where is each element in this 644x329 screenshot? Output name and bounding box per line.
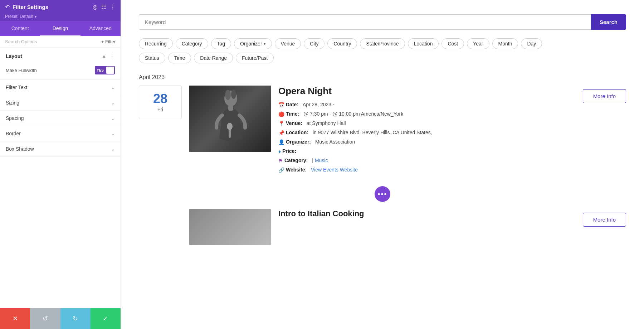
meta-category-row: ⚑ Category: | Music (278, 157, 576, 165)
tag-status[interactable]: Status (139, 53, 165, 63)
svg-point-4 (227, 123, 233, 130)
event-image-placeholder (189, 86, 271, 152)
tag-day[interactable]: Day (521, 38, 542, 49)
tag-organizer[interactable]: Organizer▾ (234, 38, 272, 49)
layout-chevron-up[interactable]: ▲ (102, 53, 106, 59)
tag-future-past[interactable]: Future/Past (236, 53, 274, 63)
tab-advanced[interactable]: Advanced (80, 21, 121, 36)
event-card-second: – Intro to Italian Cooking More Info (139, 209, 626, 245)
fullwidth-toggle[interactable]: YES (95, 66, 115, 74)
tag-cost[interactable]: Cost (441, 38, 464, 49)
meta-website-row: 🔗 Website: View Events Website (278, 166, 576, 174)
target-icon[interactable]: ◎ (93, 4, 98, 10)
toggle-yes-label: YES (95, 67, 106, 73)
tag-location[interactable]: Location (408, 38, 439, 49)
columns-icon[interactable]: ☷ (101, 4, 106, 10)
event-date-num: 28 (139, 92, 181, 105)
event-image (189, 86, 271, 152)
redo-button[interactable]: ↻ (60, 308, 91, 329)
filter-text-section[interactable]: Filter Text ⌄ (0, 80, 121, 95)
fullwidth-label: Make Fullwidth (6, 68, 37, 73)
event-title: Opera Night (278, 86, 576, 97)
main-content: Search Recurring Category Tag Organizer▾… (121, 0, 644, 329)
spacing-chevron: ⌄ (111, 116, 115, 121)
search-bar-row: Search (139, 14, 626, 30)
meta-organizer-row: 👤 Organizer: Music Association (278, 138, 576, 146)
sizing-section[interactable]: Sizing ⌄ (0, 95, 121, 111)
filter-tags-row2: Status Time Date Range Future/Past (139, 53, 626, 63)
box-shadow-section[interactable]: Box Shadow ⌄ (0, 141, 121, 157)
date-label: Date: (286, 101, 298, 108)
dots-fab-button[interactable]: ••• (375, 186, 390, 202)
tag-time[interactable]: Time (168, 53, 191, 63)
price-label: Price: (282, 147, 296, 155)
organizer-value: Music Association (315, 138, 355, 146)
search-button[interactable]: Search (591, 14, 626, 30)
panel-preset[interactable]: Preset: Default ▾ (0, 13, 121, 21)
tag-year[interactable]: Year (467, 38, 489, 49)
date-value: Apr 28, 2023 - (303, 101, 335, 108)
more-info-button[interactable]: More Info (583, 89, 626, 103)
meta-time-row: 🔴 Time: @ 7:30 pm - @ 10:00 pm America/N… (278, 110, 576, 118)
meta-venue-row: 📍 Venue: at Symphony Hall (278, 120, 576, 127)
filter-tags-row1: Recurring Category Tag Organizer▾ Venue … (139, 38, 626, 49)
layout-section: Layout ▲ ⋮ Make Fullwidth YES (0, 48, 121, 80)
search-options-bar: Search Options + Filter (0, 36, 121, 48)
tag-category[interactable]: Category (176, 38, 208, 49)
tag-tag[interactable]: Tag (211, 38, 231, 49)
confirm-button[interactable]: ✓ (91, 308, 121, 329)
spacing-section[interactable]: Spacing ⌄ (0, 111, 121, 126)
svg-point-1 (225, 90, 231, 100)
meta-price-row: ♦ Price: (278, 147, 576, 155)
keyword-input[interactable] (139, 14, 591, 30)
tag-recurring[interactable]: Recurring (139, 38, 173, 49)
event2-image (189, 209, 271, 245)
meta-location-row: 📌 Location: in 9077 Wilshire Blvd, Bever… (278, 129, 576, 137)
event-date-day: Fri (139, 107, 181, 112)
tag-state-province[interactable]: State/Province (360, 38, 405, 49)
tag-city[interactable]: City (304, 38, 325, 49)
location-label: Location: (286, 129, 308, 136)
category-link[interactable]: Music (315, 157, 328, 164)
panel-header: ↶ Filter Settings ◎ ☷ ⋮ (0, 0, 121, 13)
back-icon[interactable]: ↶ (5, 4, 10, 10)
preset-arrow: ▾ (35, 15, 36, 19)
filter-text-label: Filter Text (6, 84, 27, 90)
box-shadow-chevron: ⌄ (111, 146, 115, 152)
svg-rect-5 (228, 106, 233, 111)
website-link[interactable]: View Events Website (311, 166, 358, 174)
layout-dots-icon[interactable]: ⋮ (109, 53, 115, 59)
filter-button[interactable]: + Filter (101, 39, 116, 44)
clock-icon: 🔴 (278, 111, 284, 118)
search-options-text: Search Options (5, 39, 37, 44)
panel-title: Filter Settings (13, 4, 48, 10)
border-chevron: ⌄ (111, 131, 115, 136)
make-fullwidth-row: Make Fullwidth YES (0, 64, 121, 79)
cancel-button[interactable]: ✕ (0, 308, 30, 329)
undo-button[interactable]: ↺ (30, 308, 60, 329)
layout-section-header[interactable]: Layout ▲ ⋮ (0, 48, 121, 64)
tag-month[interactable]: Month (492, 38, 518, 49)
more-info-container: More Info (583, 86, 626, 103)
event-date-box: 28 Fri (139, 86, 182, 119)
sizing-chevron: ⌄ (111, 100, 115, 106)
tag-date-range[interactable]: Date Range (194, 53, 233, 63)
event2-details: Intro to Italian Cooking (278, 209, 576, 223)
month-heading: April 2023 (139, 74, 626, 81)
tag-venue[interactable]: Venue (275, 38, 301, 49)
more-icon[interactable]: ⋮ (110, 4, 116, 10)
panel-tabs: Content Design Advanced (0, 21, 121, 36)
panel-header-left: ↶ Filter Settings (5, 4, 48, 10)
singer-illustration (209, 88, 252, 149)
spacing-label: Spacing (6, 115, 24, 121)
tab-content[interactable]: Content (0, 21, 40, 36)
event2-more-info-button[interactable]: More Info (583, 213, 626, 227)
category-prefix: | (312, 157, 313, 164)
toggle-knob (106, 67, 114, 74)
tab-design[interactable]: Design (40, 21, 80, 36)
time-value: @ 7:30 pm - @ 10:00 pm America/New_York (303, 110, 403, 118)
border-section[interactable]: Border ⌄ (0, 126, 121, 141)
website-label: Website: (286, 166, 307, 174)
tag-country[interactable]: Country (327, 38, 357, 49)
filter-btn-label: + Filter (101, 39, 116, 44)
